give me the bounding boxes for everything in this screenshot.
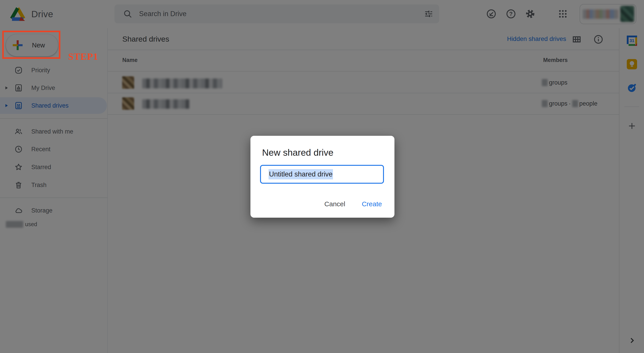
drive-name-input-value: Untitled shared drive xyxy=(268,169,333,179)
create-button[interactable]: Create xyxy=(362,200,382,208)
cancel-button[interactable]: Cancel xyxy=(324,200,345,208)
new-shared-drive-dialog: New shared drive Untitled shared drive C… xyxy=(250,136,394,218)
dialog-buttons: Cancel Create xyxy=(324,200,382,208)
annotation-highlight-box xyxy=(2,31,60,59)
drive-name-input[interactable]: Untitled shared drive xyxy=(260,165,384,184)
annotation-step-label: STEP1 xyxy=(68,51,98,62)
dialog-title: New shared drive xyxy=(262,147,334,158)
